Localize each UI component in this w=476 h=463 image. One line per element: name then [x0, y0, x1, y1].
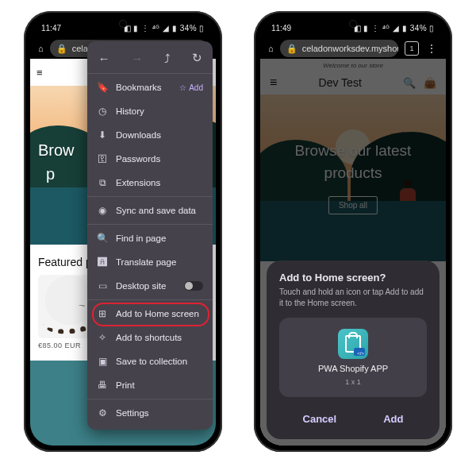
app-size: 1 x 1 — [345, 378, 361, 386]
cancel-button[interactable]: Cancel — [287, 407, 353, 431]
print-icon: 🖶 — [97, 380, 108, 391]
menu-label: Settings — [116, 408, 203, 418]
search-icon: 🔍 — [97, 233, 108, 244]
hero-title: Brow — [38, 141, 75, 160]
collection-icon: ▣ — [97, 356, 108, 367]
hamburger-icon[interactable]: ≡ — [36, 67, 43, 79]
menu-label: Passwords — [116, 154, 203, 164]
tab-count[interactable]: 1 — [405, 41, 419, 56]
desktop-icon: ▭ — [97, 280, 108, 291]
app-icon — [338, 329, 368, 359]
menu-sync[interactable]: ◉ Sync and save data — [87, 199, 213, 222]
bookmark-icon: 🔖 — [97, 82, 108, 93]
camera-cutout — [120, 21, 126, 27]
address-bar[interactable]: 🔒 celadonworksdev.myshopify.c — [280, 40, 398, 57]
menu-separator — [87, 224, 213, 225]
menu-label: Add to Home screen — [116, 309, 203, 318]
menu-find[interactable]: 🔍 Find in page — [87, 226, 213, 250]
app-card[interactable]: PWA Shopify APP 1 x 1 — [279, 318, 427, 397]
phone-right: 11:49 ◧ ▮ ⋮ ⁴ᴳ ◢ ▮ 34% ▯ ⌂ 🔒 celadonwork… — [254, 11, 452, 452]
menu-separator — [87, 299, 213, 300]
lock-icon: 🔒 — [56, 44, 67, 54]
back-icon[interactable]: ← — [98, 52, 109, 65]
sheet-actions: Cancel Add — [279, 407, 427, 431]
screen-left: 11:47 ◧ ▮ ⋮ ⁴ᴳ ◢ ▮ 34% ▯ ⌂ 🔒 celad ≡ Bro… — [30, 17, 216, 446]
menu-label: Save to collection — [116, 357, 203, 366]
menu-label: History — [116, 106, 203, 116]
menu-label: Desktop site — [116, 281, 176, 291]
desktop-toggle[interactable] — [184, 281, 203, 291]
menu-separator — [87, 196, 213, 197]
phone-left: 11:47 ◧ ▮ ⋮ ⁴ᴳ ◢ ▮ 34% ▯ ⌂ 🔒 celad ≡ Bro… — [24, 11, 222, 452]
add-home-sheet: Add to Home screen? Touch and hold an ic… — [267, 260, 440, 439]
menu-separator — [87, 399, 213, 399]
share-icon[interactable]: ⤴ — [164, 52, 171, 65]
history-icon: ◷ — [97, 106, 108, 117]
sheet-title: Add to Home screen? — [279, 272, 427, 284]
sync-icon: ◉ — [97, 205, 108, 216]
menu-shortcuts[interactable]: ✧ Add to shortcuts — [87, 326, 213, 349]
app-name: PWA Shopify APP — [318, 364, 388, 373]
menu-label: Bookmarks — [116, 83, 171, 92]
shortcuts-icon: ✧ — [97, 332, 108, 343]
screen-right: 11:49 ◧ ▮ ⋮ ⁴ᴳ ◢ ▮ 34% ▯ ⌂ 🔒 celadonwork… — [260, 17, 446, 446]
menu-passwords[interactable]: ⚿ Passwords — [87, 147, 213, 171]
home-icon[interactable]: ⌂ — [268, 44, 274, 53]
extensions-icon: ⧉ — [97, 177, 108, 188]
add-button[interactable]: Add — [367, 407, 419, 431]
menu-bookmarks[interactable]: 🔖 Bookmarks ☆ Add — [87, 75, 213, 99]
status-indicators: ◧ ▮ ⋮ ⁴ᴳ ◢ ▮ 34% ▯ — [124, 24, 205, 33]
menu-label: Downloads — [116, 130, 203, 140]
menu-nav-row: ← → ⤴ ↻ — [87, 44, 213, 71]
menu-collection[interactable]: ▣ Save to collection — [87, 349, 213, 373]
lock-icon: 🔒 — [286, 44, 298, 54]
shopping-bag-icon — [345, 335, 361, 353]
menu-label: Sync and save data — [116, 206, 203, 215]
status-time: 11:47 — [41, 24, 61, 33]
menu-label: Find in page — [116, 233, 203, 243]
reload-icon[interactable]: ↻ — [192, 51, 202, 65]
menu-label: Extensions — [116, 178, 203, 187]
menu-add-home[interactable]: ⊞ Add to Home screen — [87, 302, 213, 326]
menu-downloads[interactable]: ⬇ Downloads — [87, 123, 213, 147]
key-icon: ⚿ — [97, 153, 108, 164]
menu-print[interactable]: 🖶 Print — [87, 373, 213, 397]
status-indicators: ◧ ▮ ⋮ ⁴ᴳ ◢ ▮ 34% ▯ — [354, 24, 435, 33]
add-home-icon: ⊞ — [97, 308, 108, 319]
menu-extensions[interactable]: ⧉ Extensions — [87, 171, 213, 195]
translate-icon: 🅰 — [97, 257, 108, 268]
menu-settings[interactable]: ⚙ Settings — [87, 401, 213, 425]
forward-icon: → — [131, 52, 143, 65]
sheet-subtitle: Touch and hold an icon or tap Add to add… — [279, 287, 427, 308]
overflow-icon[interactable]: ⋮ — [425, 42, 438, 55]
menu-separator — [87, 73, 213, 74]
menu-label: Translate page — [116, 257, 203, 267]
status-time: 11:49 — [271, 24, 291, 33]
overflow-menu: ← → ⤴ ↻ 🔖 Bookmarks ☆ Add ◷ History ⬇ Do… — [87, 41, 213, 430]
bookmark-add[interactable]: ☆ Add — [179, 83, 203, 92]
menu-translate[interactable]: 🅰 Translate page — [87, 250, 213, 274]
menu-label: Print — [116, 380, 203, 390]
browser-toolbar: ⌂ 🔒 celadonworksdev.myshopify.c 1 ⋮ — [260, 37, 446, 60]
home-icon[interactable]: ⌂ — [38, 44, 44, 53]
download-icon: ⬇ — [97, 129, 108, 141]
menu-label: Add to shortcuts — [116, 333, 203, 342]
menu-history[interactable]: ◷ History — [87, 99, 213, 123]
gear-icon: ⚙ — [97, 407, 108, 419]
camera-cutout — [350, 21, 356, 27]
menu-desktop[interactable]: ▭ Desktop site — [87, 274, 213, 298]
hero-title: p — [46, 165, 55, 183]
url-text: celadonworksdev.myshopify.c — [302, 44, 398, 53]
